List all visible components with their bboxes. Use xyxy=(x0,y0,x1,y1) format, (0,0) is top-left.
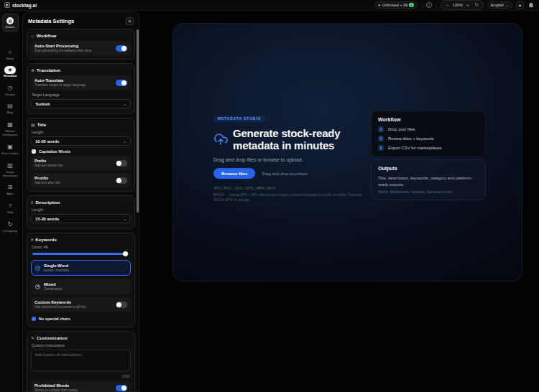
description-section-icon: ≡ xyxy=(31,200,34,205)
workflow-section-icon: ◇ xyxy=(31,33,34,38)
logo-icon: ◩ xyxy=(4,2,10,8)
translation-section-icon: ⊕ xyxy=(31,67,34,73)
description-section: ≡ Description Length 15-30 words ⌄ xyxy=(27,195,135,229)
translation-section: ⊕ Translation Auto-Translate Translate o… xyxy=(27,63,135,114)
sparkle-icon: ✦ xyxy=(378,3,381,7)
metadata-studio-badge: METADATA STUDIO xyxy=(213,116,265,122)
no-special-chars-checkbox[interactable]: ✓ xyxy=(32,317,36,321)
target-language-label: Target Language xyxy=(32,93,130,97)
hero-block: METADATA STUDIO Generate stock-ready met… xyxy=(213,110,390,203)
plan-badge[interactable]: ✦ Unlimited + 99 + xyxy=(374,1,418,9)
chevron-down-icon: ⌄ xyxy=(123,103,126,106)
workflow-section: ◇ Workflow Auto-Start Processing Start g… xyxy=(27,29,135,60)
prohibited-words-row: Prohibited Words Words to exclude from o… xyxy=(31,381,131,392)
language-select[interactable]: English ⌄ xyxy=(487,1,512,9)
auto-start-toggle[interactable] xyxy=(116,45,127,52)
sidebar-item-image-generation[interactable]: ▥ Image Generation xyxy=(0,161,20,178)
capitalize-words-checkbox[interactable] xyxy=(32,149,36,154)
info-icon[interactable]: i xyxy=(426,2,432,8)
browse-files-button[interactable]: Browse files xyxy=(213,168,255,179)
auto-translate-toggle[interactable] xyxy=(116,80,127,86)
cloud-upload-icon xyxy=(213,132,228,146)
workflow-steps-card: Workflow 1 Drop your files 2 Review titl… xyxy=(371,111,486,157)
sidebar-item-help[interactable]: ? Help xyxy=(0,201,20,215)
step-number: 3 xyxy=(378,145,384,151)
radio-unselected-icon xyxy=(35,284,40,289)
zoom-reset-icon[interactable]: ↻ xyxy=(473,1,480,9)
custom-keywords-toggle[interactable] xyxy=(116,302,127,308)
title-length-label: Length xyxy=(32,130,130,134)
close-icon[interactable]: × xyxy=(126,17,134,25)
metadata-settings-panel: Metadata Settings × ◇ Workflow Auto-Star… xyxy=(22,11,139,392)
sidebar-item-models[interactable]: ◍ Models xyxy=(2,14,19,32)
workflow-step: 3 Export CSV for marketplaces xyxy=(378,145,479,151)
keywords-section-icon: # xyxy=(31,238,33,242)
custom-instructions-input[interactable] xyxy=(31,350,131,371)
zoom-level: 100% xyxy=(453,3,463,7)
auto-start-row: Auto-Start Processing Start generating i… xyxy=(31,41,131,55)
keyword-count-label: Count: 49 xyxy=(32,245,130,249)
prohibited-words-toggle[interactable] xyxy=(116,385,127,391)
brand[interactable]: ◩ stocktag.ai xyxy=(4,2,37,8)
free-credits-icon: ▣ xyxy=(6,142,15,151)
help-icon: ? xyxy=(6,201,15,210)
postfix-toggle[interactable] xyxy=(116,177,127,184)
keyword-style-single-word[interactable]: Single-Word sunset, mountain xyxy=(31,260,131,276)
description-length-label: Length xyxy=(32,207,130,212)
home-icon: ⌂ xyxy=(6,47,15,57)
auto-translate-row: Auto-Translate Translate output to targe… xyxy=(31,75,131,90)
target-language-select[interactable]: Turkish ⌄ xyxy=(31,99,131,108)
capitalize-words-checkbox-row[interactable]: Capitalize Words xyxy=(31,147,131,156)
changelog-icon: ↻ xyxy=(6,220,15,229)
upload-dropzone[interactable]: METADATA STUDIO Generate stock-ready met… xyxy=(172,23,522,281)
slider-handle[interactable] xyxy=(123,251,128,256)
customization-section-icon: ✎ xyxy=(31,335,34,340)
no-special-chars-row[interactable]: ✓ No special chars xyxy=(31,314,131,323)
zoom-control: − 100% + ↻ xyxy=(441,0,484,10)
panel-scrollbar[interactable] xyxy=(137,29,139,213)
apps-icon: ⊞ xyxy=(6,182,15,192)
sidebar-item-home[interactable]: ⌂ Home xyxy=(0,47,20,61)
prefix-row: Prefix Add text before title xyxy=(31,156,131,170)
logo-text: stocktag.ai xyxy=(12,3,37,8)
zoom-in-button[interactable]: + xyxy=(464,1,471,9)
sidebar-item-label: Models xyxy=(6,25,15,29)
title-section: ▤ Title Length 10-20 words ⌄ Capitalize … xyxy=(27,118,135,192)
sidebar-item-free-credits[interactable]: ▣ Free Credits xyxy=(0,142,20,156)
custom-keywords-row: Custom Keywords Add predefined keywords … xyxy=(31,297,131,312)
upload-subtitle: Drag and drop files or browse to upload. xyxy=(213,157,390,162)
character-counter: 0/500 xyxy=(31,375,130,378)
customization-section: ✎ Customization Custom Instructions 0/50… xyxy=(27,331,135,392)
sparkle-button[interactable]: ✦ xyxy=(516,1,524,9)
supported-formats: JPG | PNG | SVG | EPS | MP4 | MOV xyxy=(213,187,390,190)
models-logo-icon: ◍ xyxy=(6,17,14,24)
market-intelligence-icon: ▦ xyxy=(6,120,15,129)
metadata-icon: ◈ xyxy=(4,66,16,74)
sidebar-item-changelog[interactable]: ↻ Changelog xyxy=(0,220,20,233)
top-bar: ◩ stocktag.ai ✦ Unlimited + 99 + | i | −… xyxy=(0,0,539,11)
panel-title: Metadata Settings xyxy=(28,18,74,24)
sidebar-item-market-intelligence[interactable]: ▦ Market Intelligence xyxy=(0,120,20,137)
image-generation-icon: ▥ xyxy=(6,161,15,170)
chevron-down-icon: ⌄ xyxy=(505,4,509,6)
keyword-count-slider[interactable] xyxy=(32,253,129,255)
sidebar-item-history[interactable]: ◷ History xyxy=(0,83,20,97)
plan-add-chip[interactable]: + xyxy=(409,3,414,7)
title-length-select[interactable]: 10-20 words ⌄ xyxy=(31,136,131,146)
keyword-style-mixed[interactable]: Mixed Combination xyxy=(31,279,131,294)
workflow-step: 2 Review titles + keywords xyxy=(378,136,479,141)
sidebar-item-blog[interactable]: ▤ Blog xyxy=(0,101,20,115)
postfix-row: Postfix Add text after title xyxy=(31,173,131,187)
prefix-toggle[interactable] xyxy=(116,160,127,167)
eps-note: EPS/AI → Upload EPS + JPG with the same … xyxy=(213,193,366,203)
language-value: English xyxy=(491,3,504,7)
chevron-down-icon: ⌄ xyxy=(123,140,126,143)
step-number: 1 xyxy=(378,126,384,132)
description-length-select[interactable]: 15-30 words ⌄ xyxy=(31,214,131,223)
sidebar-item-metadata[interactable]: ◈ Metadata xyxy=(0,66,20,78)
custom-instructions-label: Custom Instructions xyxy=(32,343,130,347)
bell-icon[interactable] xyxy=(528,1,535,9)
sidebar-item-apps[interactable]: ⊞ Apps xyxy=(0,182,20,196)
zoom-out-button[interactable]: − xyxy=(444,1,451,9)
outputs-card: Outputs Title, description, keywords, ca… xyxy=(371,159,486,200)
